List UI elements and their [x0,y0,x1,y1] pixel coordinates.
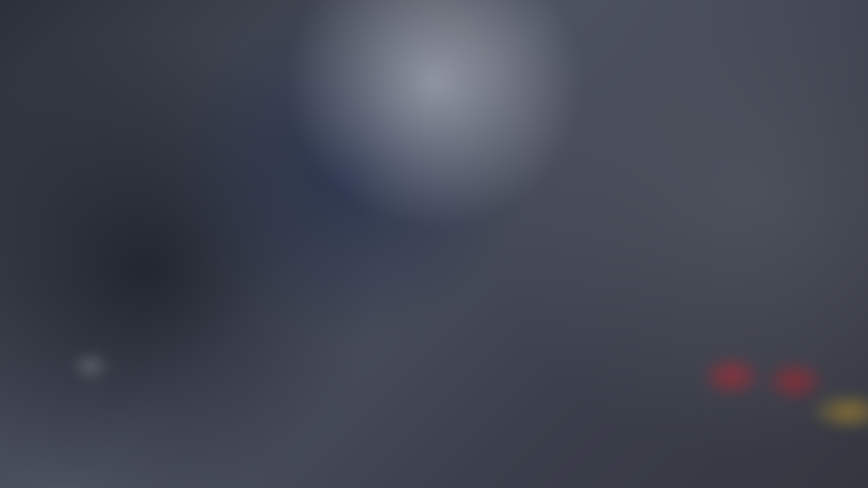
hero-container: Full-Screen Background Video Using CSS G… [0,0,868,488]
video-background [0,0,868,488]
